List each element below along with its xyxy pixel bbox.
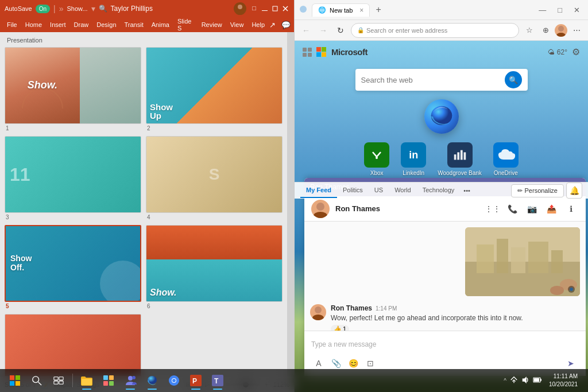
menu-view[interactable]: View: [227, 20, 247, 29]
video-call-icon[interactable]: 📷: [524, 201, 540, 217]
slide-item-4[interactable]: S 4: [146, 136, 283, 220]
call-icon[interactable]: 📞: [504, 201, 520, 217]
taskbar-search-button[interactable]: [26, 370, 47, 391]
collections-icon[interactable]: ⊕: [539, 24, 552, 37]
slide-thumb-1[interactable]: Show.: [5, 47, 141, 124]
svg-rect-22: [497, 239, 508, 273]
chrome-taskbar-button[interactable]: [164, 370, 184, 391]
microsoft-store-button[interactable]: [98, 370, 119, 391]
battery-icon[interactable]: [533, 376, 542, 386]
message-input[interactable]: [311, 336, 579, 353]
slide-item-6[interactable]: Show. 6: [146, 225, 283, 309]
menu-review[interactable]: Review: [198, 20, 226, 29]
slide-item-5[interactable]: ShowOff. 5: [5, 225, 141, 309]
linkedin-icon[interactable]: in: [401, 142, 426, 168]
user-avatar: [234, 2, 246, 15]
slide-item-7[interactable]: [5, 314, 141, 376]
menu-slide-s[interactable]: Slide S: [174, 17, 197, 33]
slide-thumb-5[interactable]: ShowOff.: [5, 225, 141, 302]
slide-thumb-7[interactable]: [5, 314, 141, 376]
more-tabs-button[interactable]: •••: [460, 184, 474, 197]
temperature: 62°: [557, 48, 567, 56]
search-input[interactable]: [361, 76, 500, 84]
comment-icon[interactable]: 💬: [281, 21, 291, 29]
message-reaction[interactable]: 👍 1: [331, 325, 349, 331]
message-content: Ron Thames 1:14 PM Wow, perfect! Let me …: [331, 304, 580, 331]
quick-link-linkedin[interactable]: in LinkedIn: [401, 142, 426, 176]
menu-file[interactable]: File: [3, 20, 21, 29]
quick-link-onedrive[interactable]: OneDrive: [493, 142, 519, 176]
quick-link-xbox[interactable]: Xbox: [364, 142, 389, 176]
teams-personal-button[interactable]: [120, 370, 141, 391]
volume-icon[interactable]: [521, 376, 529, 386]
browser-maximize-button[interactable]: □: [554, 5, 566, 15]
tab-world[interactable]: World: [389, 183, 417, 198]
woodgrove-bank-icon[interactable]: [447, 142, 473, 168]
powerpoint-taskbar-button[interactable]: P: [185, 370, 206, 391]
search-box[interactable]: 🔍: [355, 69, 528, 91]
menu-design[interactable]: Design: [93, 20, 119, 29]
tab-politics[interactable]: Politics: [337, 183, 369, 198]
menu-home[interactable]: Home: [22, 20, 45, 29]
task-view-button[interactable]: [48, 370, 69, 391]
share-icon[interactable]: 📤: [543, 201, 559, 217]
tab-close-icon[interactable]: ×: [359, 6, 363, 14]
menu-transit[interactable]: Transit: [121, 20, 147, 29]
search-button[interactable]: 🔍: [505, 71, 522, 88]
tab-my-feed[interactable]: My Feed: [300, 183, 337, 198]
forward-button[interactable]: →: [316, 24, 330, 37]
tab-technology[interactable]: Technology: [417, 183, 461, 198]
profile-avatar[interactable]: [555, 24, 567, 37]
slide-thumb-6[interactable]: Show.: [146, 225, 283, 302]
menu-anima[interactable]: Anima: [148, 20, 173, 29]
start-button[interactable]: [5, 370, 25, 391]
browser-minimize-button[interactable]: —: [535, 5, 550, 15]
back-button[interactable]: ←: [299, 24, 313, 37]
slide-thumb-4[interactable]: S: [146, 136, 283, 213]
autosave-toggle[interactable]: On: [36, 5, 50, 13]
slide-item-2[interactable]: ShowUp 2: [146, 47, 283, 131]
quick-link-woodgrove[interactable]: Woodgrove Bank: [438, 142, 482, 176]
refresh-button[interactable]: ↻: [334, 24, 347, 37]
share-icon[interactable]: ↗: [269, 21, 276, 29]
slide-item-1[interactable]: Show. 1: [5, 47, 141, 131]
browser-close-button[interactable]: ✕: [570, 5, 583, 15]
svg-rect-44: [103, 381, 108, 386]
menu-insert[interactable]: Insert: [47, 20, 69, 29]
network-icon[interactable]: [510, 376, 518, 386]
slide-thumb-3[interactable]: 11: [5, 136, 141, 213]
address-text[interactable]: Search or enter web address: [366, 27, 447, 34]
favorites-icon[interactable]: ☆: [523, 24, 536, 37]
tab-us[interactable]: US: [369, 183, 389, 198]
more-options-icon[interactable]: ⋮⋮: [485, 201, 501, 217]
ppt-minimize-button[interactable]: [261, 5, 269, 13]
search-icon[interactable]: 🔍: [99, 5, 107, 13]
ms-apps-icon[interactable]: [303, 48, 312, 57]
info-icon[interactable]: ℹ: [563, 201, 579, 217]
menu-help[interactable]: Help: [248, 20, 268, 29]
onedrive-icon[interactable]: [493, 142, 519, 168]
browser-tab-new[interactable]: 🌐 New tab ×: [312, 3, 370, 17]
svg-rect-24: [528, 242, 548, 273]
notifications-button[interactable]: 🔔: [566, 183, 582, 199]
expand-tray-icon[interactable]: ^: [504, 378, 506, 384]
edge-taskbar-button[interactable]: [142, 370, 163, 391]
menu-draw[interactable]: Draw: [71, 20, 92, 29]
browser-favicon-area: [299, 5, 307, 15]
system-clock[interactable]: 11:11 AM 10/20/2021: [549, 372, 578, 389]
settings-icon[interactable]: ⋯: [570, 24, 583, 37]
settings-gear-icon[interactable]: ⚙: [572, 46, 580, 57]
address-bar[interactable]: 🔒 Search or enter web address: [351, 23, 519, 38]
xbox-icon[interactable]: [364, 142, 389, 168]
slide-item-3[interactable]: 11 3: [5, 136, 141, 220]
show-dropdown[interactable]: Show...: [67, 5, 87, 12]
slides-scrollbar[interactable]: [287, 32, 294, 376]
slide-thumb-2[interactable]: ShowUp: [146, 47, 283, 124]
reaction-count: 1: [343, 325, 346, 331]
teams-taskbar-button[interactable]: T: [207, 370, 228, 391]
file-explorer-button[interactable]: [76, 370, 97, 391]
ppt-maximize-button[interactable]: [271, 5, 279, 13]
personalize-button[interactable]: ✏ Personalize: [511, 184, 564, 197]
new-tab-button[interactable]: +: [372, 3, 384, 16]
ppt-close-button[interactable]: [281, 5, 289, 13]
